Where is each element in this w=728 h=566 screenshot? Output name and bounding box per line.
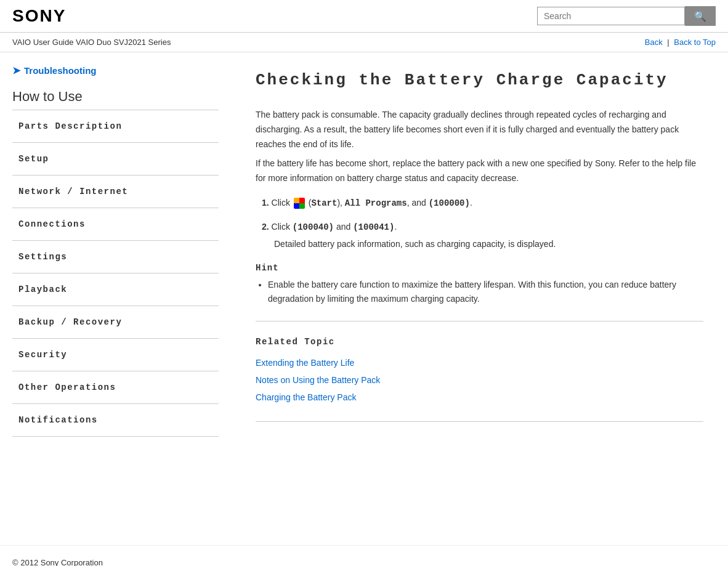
related-topic-section: Related Topic Extending the Battery Life…	[256, 337, 703, 406]
step-number-1: 1.	[262, 198, 272, 208]
back-to-top-link[interactable]: Back to Top	[674, 38, 716, 47]
sidebar-divider-10	[12, 436, 219, 437]
header: SONY 🔍	[0, 0, 728, 33]
breadcrumb-separator: |	[667, 38, 669, 47]
sony-logo: SONY	[12, 6, 66, 26]
sidebar-item-setup[interactable]: Setup	[12, 143, 219, 175]
troubleshooting-link[interactable]: ➤ Troubleshooting	[12, 65, 219, 76]
troubleshooting-arrow-icon: ➤	[12, 65, 20, 76]
sidebar-item-connections[interactable]: Connections	[12, 208, 219, 240]
sidebar-item-playback[interactable]: Playback	[12, 273, 219, 305]
breadcrumb-bar: VAIO User Guide VAIO Duo SVJ2021 Series …	[0, 33, 728, 52]
copyright-text: © 2012 Sony Corporation	[12, 558, 103, 566]
related-topic-title: Related Topic	[256, 337, 703, 347]
troubleshooting-label: Troubleshooting	[24, 65, 97, 76]
sidebar-item-parts-description[interactable]: Parts Description	[12, 110, 219, 142]
content-divider-1	[256, 321, 703, 321]
step1-text-before: Click	[272, 198, 293, 208]
step-item-2: 2. Click (100040) and (100041). Detailed…	[262, 220, 703, 251]
sidebar-item-notifications[interactable]: Notifications	[12, 404, 219, 436]
main-layout: ➤ Troubleshooting How to Use Parts Descr…	[0, 52, 728, 545]
steps-list: 1. Click (Start), All Programs, and (100…	[262, 196, 703, 251]
content-area: Checking the Battery Charge Capacity The…	[231, 52, 728, 545]
content-divider-2	[256, 421, 703, 422]
related-link-extending[interactable]: Extending the Battery Life	[256, 354, 703, 371]
search-button[interactable]: 🔍	[685, 6, 716, 26]
search-icon: 🔍	[694, 10, 706, 22]
step2-detail: Detailed battery pack information, such …	[274, 237, 703, 251]
sidebar-item-settings[interactable]: Settings	[12, 241, 219, 273]
breadcrumb-nav: Back | Back to Top	[645, 38, 716, 47]
search-input[interactable]	[537, 7, 685, 25]
hint-item-1: Enable the battery care function to maxi…	[268, 278, 703, 305]
step-number-2: 2.	[262, 222, 272, 232]
sidebar-item-other-operations[interactable]: Other Operations	[12, 371, 219, 403]
step2-text: Click (100040) and (100041).	[272, 222, 397, 232]
guide-title: VAIO User Guide VAIO Duo SVJ2021 Series	[12, 38, 171, 47]
footer: © 2012 Sony Corporation	[0, 545, 728, 566]
back-link[interactable]: Back	[645, 38, 663, 47]
hint-list: Enable the battery care function to maxi…	[268, 278, 703, 305]
related-link-charging[interactable]: Charging the Battery Pack	[256, 389, 703, 406]
step-item-1: 1. Click (Start), All Programs, and (100…	[262, 196, 703, 210]
sidebar-item-security[interactable]: Security	[12, 339, 219, 371]
intro-paragraph2: If the battery life has become short, re…	[256, 156, 703, 186]
sidebar-item-network-internet[interactable]: Network / Internet	[12, 176, 219, 208]
related-link-notes[interactable]: Notes on Using the Battery Pack	[256, 371, 703, 389]
step1-start-label: (Start), All Programs, and (100000).	[309, 198, 472, 208]
search-area: 🔍	[537, 6, 716, 26]
how-to-use-heading: How to Use	[12, 89, 219, 105]
sidebar: ➤ Troubleshooting How to Use Parts Descr…	[0, 52, 231, 545]
hint-section: Hint Enable the battery care function to…	[256, 263, 703, 305]
sidebar-item-backup-recovery[interactable]: Backup / Recovery	[12, 306, 219, 338]
windows-start-icon	[294, 198, 305, 209]
intro-paragraph1: The battery pack is consumable. The capa…	[256, 108, 703, 152]
page-title: Checking the Battery Charge Capacity	[256, 71, 703, 89]
hint-title: Hint	[256, 263, 703, 273]
